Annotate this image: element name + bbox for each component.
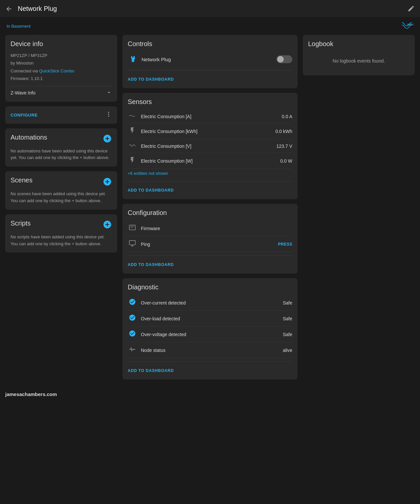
ping-press-button[interactable]: PRESS bbox=[278, 242, 292, 247]
sensor-value-2: 123.7 V bbox=[273, 144, 292, 149]
edit-button[interactable] bbox=[407, 5, 415, 12]
device-info-card: Device info MP21ZP / MP31ZP by Minoston … bbox=[5, 35, 117, 102]
sensor-row-3: Electric Consumption [W] 0.0 W bbox=[128, 153, 292, 169]
scripts-title: Scripts bbox=[11, 220, 31, 227]
scripts-desc: No scripts have been added using this de… bbox=[11, 234, 112, 248]
diag-row-3: Node status alive bbox=[128, 342, 292, 358]
diag-value-0: Safe bbox=[283, 300, 292, 305]
diag-name-2: Over-voltage detected bbox=[141, 332, 279, 337]
logbook-card: Logbook No logbook events found. bbox=[303, 35, 415, 75]
sensor-row-2: Electric Consumption [V] 123.7 V bbox=[128, 139, 292, 153]
sensors-divider bbox=[128, 181, 292, 181]
back-button[interactable] bbox=[5, 4, 13, 13]
page-title: Network Plug bbox=[18, 5, 57, 13]
scenes-card: Scenes No scenes have been added using t… bbox=[5, 171, 117, 210]
ping-icon bbox=[128, 240, 137, 249]
zwave-icon: WAVE bbox=[400, 20, 413, 32]
diagnostic-add-dashboard-button[interactable]: ADD TO DASHBOARD bbox=[128, 365, 174, 374]
automations-card: Automations No automations have been add… bbox=[5, 128, 117, 167]
add-scene-button[interactable] bbox=[103, 177, 112, 188]
sensor-icon-1 bbox=[128, 127, 137, 136]
svg-point-1 bbox=[108, 112, 109, 113]
chevron-down-icon bbox=[106, 90, 112, 96]
controls-card: Controls Network Plug ADD TO DASHBOARD bbox=[122, 35, 298, 88]
diag-value-3: alive bbox=[283, 348, 292, 353]
diag-row-1: Over-load detected Safe bbox=[128, 311, 292, 327]
diag-name-3: Node status bbox=[141, 348, 279, 353]
automations-desc: No automations have been added using thi… bbox=[11, 148, 112, 162]
sensor-name-0: Electric Consumption [A] bbox=[141, 114, 269, 119]
sensors-card: Sensors Electric Consumption [A] 0.0 A E… bbox=[122, 93, 298, 199]
svg-point-2 bbox=[108, 114, 109, 115]
controls-title: Controls bbox=[128, 40, 292, 48]
diag-row-0: Over-current detected Safe bbox=[128, 295, 292, 311]
configuration-card: Configuration Firmware Ping PRESS ADD TO… bbox=[122, 204, 298, 274]
scenes-header: Scenes bbox=[11, 176, 112, 188]
sensor-value-0: 0.0 A bbox=[273, 114, 292, 119]
sensors-add-dashboard-button[interactable]: ADD TO DASHBOARD bbox=[128, 185, 174, 194]
configuration-add-dashboard-button[interactable]: ADD TO DASHBOARD bbox=[128, 259, 174, 268]
quickstick-link[interactable]: QuickStick Combo bbox=[39, 68, 74, 73]
configuration-title: Configuration bbox=[128, 209, 292, 217]
zwave-info-label: Z-Wave Info bbox=[11, 90, 36, 95]
configuration-divider bbox=[128, 255, 292, 256]
more-options-button[interactable] bbox=[105, 111, 112, 119]
config-name-1: Ping bbox=[141, 242, 274, 247]
diag-name-1: Over-load detected bbox=[141, 316, 279, 321]
device-firmware: Firmware: 1.10.1 bbox=[11, 75, 112, 82]
footer-website: jamesachambers.com bbox=[5, 391, 57, 397]
diagnostic-divider bbox=[128, 361, 292, 362]
sensor-name-1: Electric Consumption [kWh] bbox=[141, 129, 269, 134]
add-automation-button[interactable] bbox=[103, 134, 112, 145]
diagnostic-card: Diagnostic Over-current detected Safe Ov… bbox=[122, 278, 298, 380]
sensor-value-3: 0.0 W bbox=[273, 158, 292, 164]
middle-column: Controls Network Plug ADD TO DASHBOARD S… bbox=[122, 35, 298, 380]
heartbeat-icon bbox=[128, 346, 137, 355]
device-model: MP21ZP / MP31ZP bbox=[11, 52, 112, 59]
diagnostic-title: Diagnostic bbox=[128, 283, 292, 291]
controls-entity-row: Network Plug bbox=[128, 52, 292, 67]
config-row-1: Ping PRESS bbox=[128, 236, 292, 252]
configure-card: CONFIGURE bbox=[5, 106, 117, 124]
automations-title: Automations bbox=[11, 134, 47, 141]
scripts-header: Scripts bbox=[11, 220, 112, 231]
sensor-name-2: Electric Consumption [V] bbox=[141, 144, 269, 149]
sensor-name-3: Electric Consumption [W] bbox=[141, 158, 269, 164]
entities-not-shown-link[interactable]: +6 entities not shown bbox=[128, 169, 292, 178]
scenes-desc: No scenes have been added using this dev… bbox=[11, 191, 112, 204]
sensor-icon-3 bbox=[128, 156, 137, 165]
controls-divider bbox=[128, 70, 292, 70]
logbook-empty-message: No logbook events found. bbox=[308, 52, 409, 70]
zwave-info-row[interactable]: Z-Wave Info bbox=[11, 86, 112, 96]
right-column: Logbook No logbook events found. bbox=[303, 35, 415, 380]
header-left: Network Plug bbox=[5, 4, 57, 13]
network-plug-toggle[interactable] bbox=[276, 55, 292, 63]
zwave-logo: WAVE bbox=[400, 20, 413, 32]
firmware-icon bbox=[128, 224, 137, 233]
check-icon-2 bbox=[128, 330, 137, 339]
scripts-card: Scripts No scripts have been added using… bbox=[5, 214, 117, 253]
check-icon-1 bbox=[128, 314, 137, 323]
add-script-button[interactable] bbox=[103, 220, 112, 230]
diag-name-0: Over-current detected bbox=[141, 300, 279, 305]
device-info-body: MP21ZP / MP31ZP by Minoston Connected vi… bbox=[11, 52, 112, 83]
sensors-title: Sensors bbox=[128, 98, 292, 106]
config-name-0: Firmware bbox=[141, 226, 292, 231]
configure-button[interactable]: CONFIGURE bbox=[11, 113, 38, 118]
main-layout: Device info MP21ZP / MP31ZP by Minoston … bbox=[0, 35, 420, 385]
logbook-title: Logbook bbox=[308, 40, 409, 48]
left-column: Device info MP21ZP / MP31ZP by Minoston … bbox=[5, 35, 117, 380]
svg-point-3 bbox=[108, 116, 109, 117]
sensor-row-1: Electric Consumption [kWh] 0.0 kWh bbox=[128, 123, 292, 139]
controls-add-dashboard-button[interactable]: ADD TO DASHBOARD bbox=[128, 74, 174, 83]
device-connected-via: Connected via QuickStick Combo bbox=[11, 67, 112, 75]
diag-value-1: Safe bbox=[283, 316, 292, 321]
config-row-0: Firmware bbox=[128, 221, 292, 236]
diag-value-2: Safe bbox=[283, 332, 292, 337]
controls-entity-name: Network Plug bbox=[142, 57, 171, 62]
sensor-icon-0 bbox=[128, 113, 137, 120]
device-manufacturer: by Minoston bbox=[11, 59, 112, 67]
header: Network Plug bbox=[0, 0, 420, 17]
svg-rect-7 bbox=[129, 241, 135, 245]
breadcrumb-location[interactable]: In Basement bbox=[7, 24, 31, 29]
